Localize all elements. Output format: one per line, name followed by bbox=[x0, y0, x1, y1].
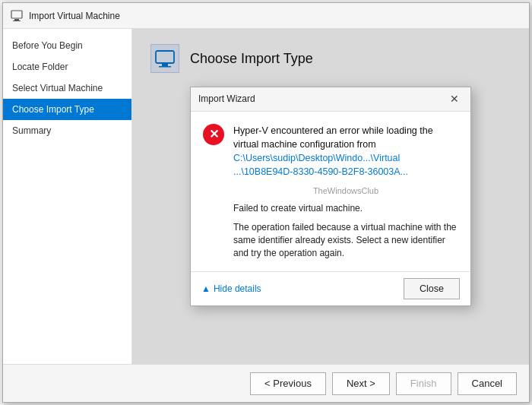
failed-text: Failed to create virtual machine. bbox=[233, 203, 458, 214]
watermark-text: TheWindowsClub bbox=[233, 186, 458, 195]
sidebar-item-summary[interactable]: Summary bbox=[3, 120, 131, 141]
main-content: Choose Import Type Import Wizard ✕ ✕ bbox=[132, 29, 529, 364]
modal-body: ✕ Hyper-V encountered an error while loa… bbox=[191, 112, 470, 272]
finish-button[interactable]: Finish bbox=[396, 372, 451, 395]
error-path-link[interactable]: C:\Users\sudip\Desktop\Windo...\Virtual.… bbox=[233, 153, 408, 177]
sidebar-item-choose-import-type[interactable]: Choose Import Type bbox=[3, 99, 131, 120]
modal-dialog: Import Wizard ✕ ✕ Hyper-V encountered an… bbox=[190, 87, 471, 307]
sidebar-item-locate-folder[interactable]: Locate Folder bbox=[3, 56, 131, 78]
error-main-text: Hyper-V encountered an error while loadi… bbox=[233, 124, 458, 179]
modal-footer: ▲ Hide details Close bbox=[191, 271, 470, 305]
error-row: ✕ Hyper-V encountered an error while loa… bbox=[203, 124, 458, 179]
next-button[interactable]: Next > bbox=[332, 372, 390, 395]
error-icon: ✕ bbox=[203, 124, 224, 145]
sidebar: Before You Begin Locate Folder Select Vi… bbox=[3, 29, 132, 364]
chevron-up-icon: ▲ bbox=[201, 283, 211, 294]
modal-close-button[interactable]: Close bbox=[404, 278, 460, 299]
window-title: Import Virtual Machine bbox=[29, 11, 120, 21]
previous-button[interactable]: < Previous bbox=[250, 372, 326, 395]
title-bar: Import Virtual Machine bbox=[3, 3, 529, 29]
app-icon bbox=[11, 10, 23, 22]
svg-rect-1 bbox=[14, 19, 19, 21]
modal-title-bar: Import Wizard ✕ bbox=[191, 87, 470, 112]
hide-details-label: Hide details bbox=[214, 283, 261, 294]
content-area: Before You Begin Locate Folder Select Vi… bbox=[3, 29, 529, 364]
modal-overlay: Import Wizard ✕ ✕ Hyper-V encountered an… bbox=[132, 29, 529, 364]
main-window: Import Virtual Machine Before You Begin … bbox=[2, 2, 530, 403]
cancel-button[interactable]: Cancel bbox=[458, 372, 517, 395]
sidebar-item-before-you-begin[interactable]: Before You Begin bbox=[3, 35, 131, 56]
sidebar-item-select-virtual-machine[interactable]: Select Virtual Machine bbox=[3, 78, 131, 99]
svg-rect-0 bbox=[11, 11, 22, 18]
detail-text: The operation failed because a virtual m… bbox=[233, 221, 458, 259]
svg-rect-2 bbox=[13, 21, 21, 21]
modal-x-button[interactable]: ✕ bbox=[446, 90, 463, 107]
hide-details-button[interactable]: ▲ Hide details bbox=[201, 283, 261, 294]
footer: < Previous Next > Finish Cancel bbox=[3, 364, 529, 402]
modal-title: Import Wizard bbox=[198, 93, 255, 104]
